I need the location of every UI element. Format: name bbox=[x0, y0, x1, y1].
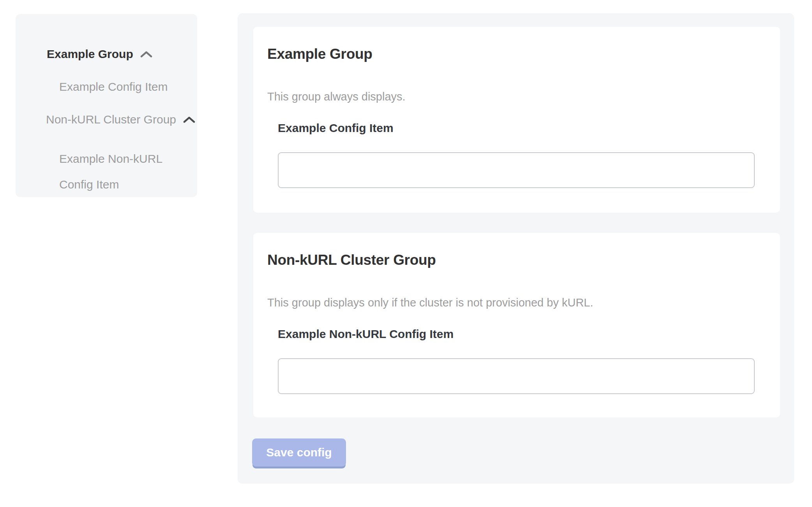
sidebar-item-example-non-kurl-config-item[interactable]: Example Non-kURL Config Item bbox=[59, 146, 184, 197]
example-config-item-input[interactable] bbox=[278, 152, 755, 188]
group-description: This group always displays. bbox=[267, 90, 406, 104]
sidebar-item-example-config-item[interactable]: Example Config Item bbox=[59, 80, 168, 94]
config-group-card-example-group: Example Group This group always displays… bbox=[253, 27, 780, 213]
chevron-up-icon[interactable] bbox=[140, 51, 152, 58]
sidebar-item-label: Example Non-kURL Config Item bbox=[59, 152, 162, 191]
sidebar-group-example-group[interactable]: Example Group bbox=[47, 47, 152, 61]
group-description: This group displays only if the cluster … bbox=[267, 296, 593, 310]
group-title: Example Group bbox=[267, 46, 372, 62]
save-config-button[interactable]: Save config bbox=[252, 438, 346, 467]
config-group-card-non-kurl-cluster-group: Non-kURL Cluster Group This group displa… bbox=[253, 233, 780, 417]
example-non-kurl-config-item-input[interactable] bbox=[278, 358, 755, 394]
sidebar-group-label: Non-kURL Cluster Group bbox=[46, 113, 176, 127]
chevron-up-icon[interactable] bbox=[183, 116, 195, 123]
config-panel: Example Group This group always displays… bbox=[238, 13, 794, 484]
config-nav-sidebar: Example Group Example Config Item Non-kU… bbox=[16, 14, 197, 197]
sidebar-group-non-kurl-cluster-group[interactable]: Non-kURL Cluster Group bbox=[46, 113, 195, 127]
config-item-label: Example Non-kURL Config Item bbox=[278, 327, 454, 341]
group-title: Non-kURL Cluster Group bbox=[267, 252, 436, 268]
sidebar-group-label: Example Group bbox=[47, 47, 133, 61]
config-item-label: Example Config Item bbox=[278, 121, 394, 135]
sidebar-item-label: Example Config Item bbox=[59, 80, 168, 94]
